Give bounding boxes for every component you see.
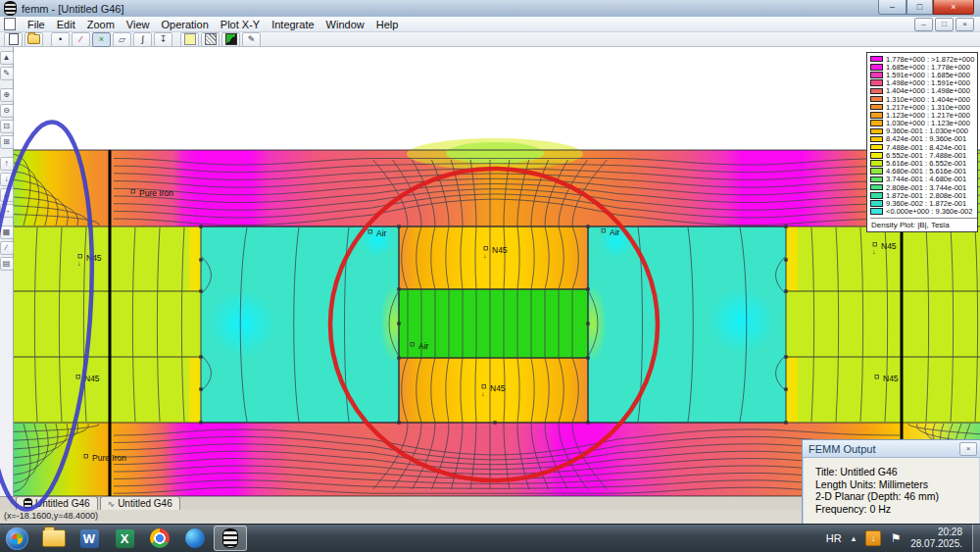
language-indicator[interactable]: HR [826, 532, 842, 544]
vector-plot-toggle-icon [225, 33, 237, 45]
title-bar: femm - [Untitled G46] – □ × [0, 0, 980, 17]
menu-bar: FileEditZoomViewOperationPlot X-YIntegra… [0, 17, 980, 32]
clock[interactable]: 20:28 28.07.2025. [910, 527, 962, 550]
tab-solution-doc[interactable]: ∿ Untitled G46 [100, 496, 180, 510]
legend-swatch [870, 160, 883, 167]
svg-text:Air: Air [418, 341, 429, 351]
taskbar-explorer-button[interactable] [37, 526, 71, 551]
open-file-button[interactable] [24, 32, 43, 47]
taskbar: WX HR ▴ ↓ ⚑ 20:28 28.07.2025. [0, 524, 980, 552]
legend-swatch [870, 208, 883, 215]
excel-icon: X [116, 529, 134, 548]
vector-plot-toggle-button[interactable] [221, 32, 240, 47]
menu-operation[interactable]: Operation [155, 18, 214, 31]
mesh-toggle-icon [205, 33, 217, 45]
pan-left-button[interactable]: ← [0, 188, 14, 202]
smooth-plot-button[interactable]: ✎ [0, 67, 14, 80]
output-line: Frequency: 0 Hz [815, 503, 980, 516]
pan-down-button[interactable]: ↓ [0, 173, 14, 186]
new-file-icon [9, 33, 19, 45]
show-grid-button[interactable]: ▦ [0, 226, 14, 239]
legend-swatch [870, 128, 883, 135]
close-button[interactable]: × [933, 0, 974, 15]
menu-file[interactable]: File [22, 18, 51, 31]
open-file-icon [27, 34, 40, 44]
svg-text:N45: N45 [84, 374, 100, 383]
new-file-button[interactable] [4, 32, 23, 47]
taskbar-femm-button[interactable] [214, 526, 247, 551]
line-integral-tool-button[interactable]: ∫ [133, 32, 152, 47]
legend-swatch [870, 192, 883, 199]
explorer-icon [42, 529, 66, 547]
legend-swatch [870, 168, 883, 175]
density-legend: 1.778e+000 : >1.872e+0001.685e+000 : 1.7… [866, 52, 978, 232]
svg-text:↓: ↓ [483, 252, 487, 259]
femm-window: femm - [Untitled G46] – □ × FileEditZoom… [0, 0, 980, 552]
density-plot-toggle-button[interactable] [180, 32, 199, 47]
menu-view[interactable]: View [121, 18, 156, 31]
legend-entry: <0.000e+000 : 9.360e-002 [870, 208, 977, 216]
tab-magnetics-doc[interactable]: Untitled G46 [16, 496, 98, 510]
hidden-icons-chevron[interactable]: ▴ [852, 533, 857, 543]
zoom-window-button[interactable]: ⊡ [0, 120, 14, 133]
legend-swatch [870, 72, 883, 78]
legend-swatch [870, 112, 883, 119]
menu-integrate[interactable]: Integrate [266, 18, 319, 31]
menu-window[interactable]: Window [320, 18, 370, 31]
menu-plot-x-y[interactable]: Plot X-Y [215, 18, 266, 31]
line-integral-tool-icon: ∫ [141, 35, 143, 44]
plot-canvas[interactable]: Pure IronPure Iron↓N45N45↓N45↓N45↓N45N45… [14, 47, 980, 496]
taskbar-edge-button[interactable] [178, 526, 212, 551]
area-select-tool-button[interactable]: × [92, 32, 111, 47]
mdi-close-button[interactable]: × [956, 18, 974, 31]
femm-output-titlebar: FEMM Output × [803, 440, 980, 458]
probe-tool-button[interactable]: ✎ [242, 32, 261, 47]
taskbar-chrome-button[interactable] [143, 526, 176, 551]
pan-right-button[interactable]: → [0, 204, 14, 218]
show-mesh-button[interactable]: ▲ [0, 51, 14, 65]
taskbar-word-button[interactable]: W [73, 526, 106, 551]
show-desktop-button[interactable] [972, 525, 980, 552]
grid-size-button[interactable]: ▤ [0, 257, 14, 271]
mesh-toggle-button[interactable] [201, 32, 220, 47]
edge-icon [185, 528, 205, 548]
menu-zoom[interactable]: Zoom [81, 18, 121, 31]
svg-text:N45: N45 [490, 383, 506, 393]
mdi-minimize-button[interactable]: – [914, 18, 933, 31]
femm-output-close-icon[interactable]: × [959, 442, 977, 456]
legend-range-label: <0.000e+000 : 9.360e-002 [886, 207, 972, 216]
taskbar-excel-button[interactable]: X [108, 526, 141, 551]
zoom-extents-button[interactable]: ⊞ [0, 135, 14, 149]
action-center-flag-icon[interactable]: ⚑ [889, 531, 903, 545]
mdi-restore-button[interactable]: □ [935, 18, 954, 31]
polygon-tool-button[interactable]: ▱ [113, 32, 131, 47]
maximize-button[interactable]: □ [906, 0, 933, 15]
toolbar-separator [173, 33, 179, 46]
point-values-tool-button[interactable]: • [51, 32, 70, 47]
main-toolbar: •∕×▱∫↧✎ [0, 32, 980, 47]
minimize-button[interactable]: – [878, 0, 906, 15]
legend-swatch [870, 184, 883, 191]
svg-text:Pure Iron: Pure Iron [139, 188, 173, 198]
zoom-out-button[interactable]: ⊖ [0, 104, 14, 118]
windows-flag-icon [12, 533, 23, 544]
menu-edit[interactable]: Edit [51, 18, 81, 31]
magnetics-doc-icon [24, 498, 32, 509]
solution-doc-icon: ∿ [108, 499, 116, 509]
pan-up-button[interactable]: ↑ [0, 157, 14, 171]
start-button[interactable] [6, 527, 28, 550]
legend-swatch [870, 200, 883, 207]
area-select-tool-icon: × [99, 35, 104, 44]
normal-vector-tool-button[interactable]: ↧ [154, 32, 172, 47]
svg-text:Pure Iron: Pure Iron [92, 453, 126, 463]
svg-text:N45: N45 [883, 374, 899, 383]
contour-tool-button[interactable]: ∕ [72, 32, 90, 47]
side-toolbar: ▲✎⊕⊖⊡⊞↑↓←→▦∕▤ [0, 47, 14, 496]
update-tray-icon[interactable]: ↓ [865, 530, 881, 546]
zoom-in-button[interactable]: ⊕ [0, 88, 14, 102]
legend-swatch [870, 152, 883, 159]
snap-grid-button[interactable]: ∕ [0, 241, 14, 255]
mdi-document-icon [4, 18, 16, 30]
menu-help[interactable]: Help [370, 18, 405, 31]
contour-tool-icon: ∕ [80, 35, 82, 44]
